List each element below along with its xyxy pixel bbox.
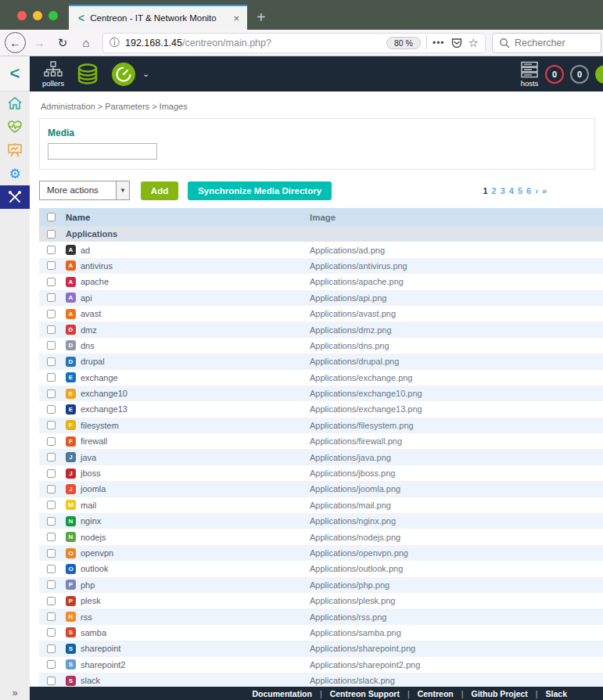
column-header-name[interactable]: Name [63, 213, 310, 222]
media-name-link[interactable]: jboss [81, 468, 101, 478]
row-checkbox[interactable] [47, 644, 56, 653]
row-checkbox[interactable] [47, 580, 56, 589]
media-name-link[interactable]: exchange13 [81, 404, 127, 414]
row-checkbox[interactable] [47, 421, 56, 429]
row-checkbox[interactable] [47, 453, 56, 461]
media-name-link[interactable]: java [81, 453, 96, 462]
media-name-link[interactable]: joomla [81, 484, 106, 494]
back-button[interactable]: ← [5, 32, 26, 53]
new-tab-button[interactable]: + [247, 9, 275, 30]
gauge-status-icon[interactable] [111, 62, 136, 87]
page-number[interactable]: 2 [492, 186, 497, 196]
forward-button[interactable]: → [29, 33, 49, 53]
row-checkbox[interactable] [47, 628, 56, 637]
hosts-up-badge[interactable] [595, 65, 603, 84]
footer-link[interactable]: Slack [546, 689, 567, 698]
media-name-link[interactable]: exchange [81, 373, 118, 382]
reload-button[interactable]: ↻ [52, 33, 73, 53]
row-checkbox[interactable] [47, 373, 56, 382]
footer-link[interactable]: Documentation [253, 689, 312, 698]
minimize-window-button[interactable] [33, 11, 42, 20]
media-name-link[interactable]: drupal [81, 357, 105, 366]
footer-link[interactable]: Github Project [471, 689, 527, 698]
breadcrumb[interactable]: Administration > Parameters > Images [30, 92, 603, 118]
row-checkbox[interactable] [47, 325, 56, 334]
row-checkbox[interactable] [47, 501, 56, 509]
search-bar[interactable] [492, 33, 601, 53]
media-name-link[interactable]: ad [81, 246, 90, 255]
browser-tab[interactable]: < Centreon - IT & Network Monito × [69, 5, 247, 30]
media-name-link[interactable]: api [81, 293, 92, 303]
row-checkbox[interactable] [47, 549, 56, 558]
synchronize-media-button[interactable]: Synchronize Media Directory [188, 181, 332, 200]
row-checkbox[interactable] [47, 341, 56, 350]
media-name-link[interactable]: exchange10 [81, 389, 127, 398]
media-name-link[interactable]: slack [81, 676, 100, 685]
row-checkbox[interactable] [47, 533, 56, 541]
select-all-checkbox[interactable] [47, 213, 56, 221]
row-checkbox[interactable] [47, 597, 56, 605]
media-name-link[interactable]: rss [81, 612, 92, 622]
row-checkbox[interactable] [47, 660, 56, 669]
column-header-image[interactable]: Image [310, 213, 603, 222]
media-name-link[interactable]: apache [81, 277, 109, 286]
media-name-link[interactable]: nodejs [81, 533, 106, 542]
media-name-link[interactable]: sharepoint2 [81, 660, 126, 669]
centreon-logo[interactable]: < [0, 56, 30, 92]
row-checkbox[interactable] [47, 517, 56, 526]
bookmark-star-icon[interactable]: ☆ [468, 36, 479, 50]
row-checkbox[interactable] [47, 612, 56, 621]
media-filter-input[interactable] [48, 143, 157, 160]
page-number[interactable]: 3 [501, 186, 505, 196]
media-name-link[interactable]: openvpn [81, 548, 113, 558]
tab-close-icon[interactable]: × [232, 13, 241, 24]
media-name-link[interactable]: php [81, 580, 95, 590]
media-name-link[interactable]: dns [81, 341, 95, 350]
row-checkbox[interactable] [47, 469, 56, 478]
media-name-link[interactable]: firewall [81, 436, 107, 446]
footer-link[interactable]: Centreon [418, 689, 454, 698]
search-input[interactable] [515, 38, 587, 48]
pollers-menu[interactable]: pollers [42, 61, 64, 88]
row-checkbox[interactable] [47, 677, 56, 685]
home-button[interactable]: ⌂ [76, 33, 96, 53]
row-checkbox[interactable] [47, 261, 56, 270]
media-name-link[interactable]: nginx [81, 516, 101, 526]
database-status-icon[interactable] [75, 62, 100, 87]
media-name-link[interactable]: filesystem [81, 421, 119, 430]
footer-link[interactable]: Centreon Support [330, 689, 400, 698]
hosts-unreachable-badge[interactable]: 0 [570, 65, 589, 84]
sidebar-item-monitoring[interactable] [0, 115, 30, 138]
row-checkbox[interactable] [47, 485, 56, 494]
media-name-link[interactable]: sharepoint [81, 644, 120, 653]
page-number[interactable]: 1 [483, 186, 487, 196]
chevron-down-icon[interactable]: ⌄ [142, 69, 149, 79]
page-actions-icon[interactable]: ••• [433, 38, 445, 48]
page-number[interactable]: 6 [526, 186, 531, 196]
row-checkbox[interactable] [47, 293, 56, 302]
row-checkbox[interactable] [47, 437, 56, 446]
sidebar-item-configuration[interactable]: ⚙ [0, 162, 30, 185]
next-page-icon[interactable]: › [535, 186, 538, 196]
zoom-level-badge[interactable]: 80 % [386, 37, 421, 49]
row-checkbox[interactable] [47, 310, 56, 318]
hosts-down-badge[interactable]: 0 [545, 65, 564, 84]
row-checkbox[interactable] [47, 357, 56, 366]
page-number[interactable]: 4 [509, 186, 514, 196]
row-checkbox[interactable] [47, 278, 56, 286]
sidebar-item-administration[interactable] [0, 185, 30, 209]
media-name-link[interactable]: antivirus [81, 261, 113, 271]
row-checkbox[interactable] [47, 246, 56, 254]
pocket-icon[interactable] [450, 37, 463, 49]
page-info-icon[interactable]: ⓘ [109, 36, 120, 50]
media-name-link[interactable]: dmz [81, 325, 97, 335]
media-name-link[interactable]: plesk [81, 596, 101, 605]
close-window-button[interactable] [17, 11, 27, 20]
row-checkbox[interactable] [47, 405, 56, 414]
sidebar-item-reporting[interactable] [0, 138, 30, 162]
sidebar-expand-icon[interactable]: » [0, 686, 30, 698]
media-name-link[interactable]: samba [81, 628, 106, 637]
page-number[interactable]: 5 [518, 186, 522, 196]
sidebar-item-home[interactable] [0, 92, 30, 115]
more-actions-select[interactable]: More actions ▼ [39, 181, 130, 200]
